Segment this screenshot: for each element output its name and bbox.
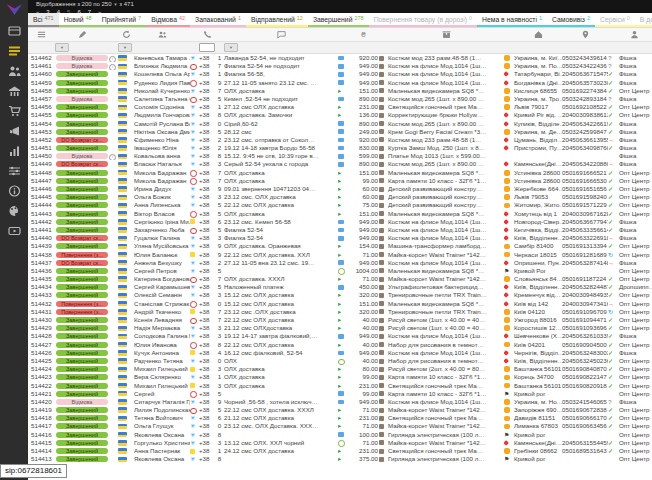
info-icon[interactable]: i: [109, 154, 116, 161]
phone-icon[interactable]: [199, 28, 215, 41]
money-icon[interactable]: ₴: [348, 28, 379, 41]
comment-filter-dropdown[interactable]: ▼: [224, 43, 238, 52]
order-row[interactable]: 514443ЗавершенийВіктор Власов+385ОЛХ дос…: [28, 210, 652, 218]
flag-cell: [118, 341, 134, 349]
order-row[interactable]: 514421ЗавершенийСергей+38599.00Карта пам…: [28, 390, 652, 398]
order-row[interactable]: 514446ЗавершенийИрина Дидух✳+38909.01 зв…: [28, 185, 652, 193]
order-row[interactable]: 514435ЗавершенийКатерина Богданова+387ОЛ…: [28, 275, 652, 283]
sim-cell: ✳: [190, 324, 199, 332]
order-row[interactable]: 514459ЗавершенийРуденко Лидия Пав..+3892…: [28, 79, 652, 87]
orders-icon[interactable]: [7, 44, 22, 57]
tab-9[interactable]: Самовивіз2: [547, 13, 595, 27]
order-row[interactable]: 514460ЗавершенийКошелева Ольга Ар..✳+381…: [28, 70, 652, 78]
tab-1[interactable]: Новий48: [59, 13, 97, 27]
order-row[interactable]: 514427ЗавершенийЮлия Иванова+38822.12 см…: [28, 341, 652, 349]
tab-4[interactable]: Запакований1: [190, 13, 246, 27]
order-row[interactable]: 514458ЗавершенийНиколай Кучеренко✳+387ОЛ…: [28, 87, 652, 95]
order-row[interactable]: 514454ЗавершенийСамотій Руслана Во..✳+38…: [28, 120, 652, 128]
order-row[interactable]: 514447ЗавершенийМикола Бадражан+387ОЛХ д…: [28, 177, 652, 185]
order-row[interactable]: 514439ЗавершенийУляна Мусійовська✳+389ОЛ…: [28, 242, 652, 250]
order-row[interactable]: 514423ЗавершенийВера Скляренко✳+381ОЛХ д…: [28, 373, 652, 381]
theme-icon[interactable]: [7, 204, 22, 217]
home-icon[interactable]: [514, 28, 562, 41]
order-row[interactable]: 514444ЗавершенийАнна Липенська✳+38522.12…: [28, 201, 652, 209]
marketing-icon[interactable]: [7, 124, 22, 137]
order-row[interactable]: 514425ЗавершенийРадченко Тетяна✳+380ОЛХ4…: [28, 357, 652, 365]
tab-6[interactable]: Завершений278: [308, 13, 369, 27]
order-row[interactable]: 514426ЗавершенийКучук Антонина+38416.12 …: [28, 349, 652, 357]
tab-5[interactable]: Відправлений12: [246, 13, 308, 27]
video-icon[interactable]: [7, 224, 22, 237]
edit-icon[interactable]: [55, 28, 109, 41]
order-row[interactable]: 514420ВідмоваСитарчук Наталія Гр..✳+389Ч…: [28, 398, 652, 406]
order-row[interactable]: 514437DO Возврат ск...Анжела Безушку✳+38…: [28, 259, 652, 267]
people-icon[interactable]: [134, 28, 190, 41]
order-row[interactable]: 514431Повернення (з...Андрій Ткаченко+38…: [28, 308, 652, 316]
order-row[interactable]: 514438Повернення (з...Юлия Баланюк+38922…: [28, 251, 652, 259]
order-row[interactable]: 514417ЗавершенийОльга Глущук✳+38023.12 с…: [28, 422, 652, 430]
clients-icon[interactable]: [7, 64, 22, 77]
order-row[interactable]: 514442ЗавершенийСергіюнко Іріна Ми..+386…: [28, 218, 652, 226]
order-row[interactable]: 514455ЗавершенийЛюдмила Гончарова✳+388ОЛ…: [28, 111, 652, 119]
order-row[interactable]: 514433ЗавершенийОлексій Семанін✳+38315.1…: [28, 291, 652, 299]
warehouse-icon[interactable]: [7, 84, 22, 97]
order-row[interactable]: 514416ЗавершенийЯковлева Оксана✳+388100.…: [28, 431, 652, 439]
info-icon[interactable]: [7, 184, 22, 197]
order-row[interactable]: 514456ЗавершенийСоломія Сідоніна✳+38127.…: [28, 103, 652, 111]
order-row[interactable]: 514457ВідмоваСалепина Татьяна С..+385Кем…: [28, 95, 652, 103]
settings-icon[interactable]: [7, 164, 22, 177]
person-icon[interactable]: [617, 28, 652, 41]
tab-7[interactable]: Повернення товару (в дорозі)0: [369, 13, 477, 27]
payment-cell: [338, 349, 348, 357]
reports-icon[interactable]: [7, 144, 22, 157]
order-row[interactable]: 514449DO Возврат ск...Власюк Наталья✳+38…: [28, 160, 652, 168]
dashboard-icon[interactable]: [7, 24, 22, 37]
order-row[interactable]: 514448ЗавершенийМикола Бадражан+387ОЛХ д…: [28, 169, 652, 177]
app-logo[interactable]: [5, 2, 24, 17]
payment-cell: [338, 234, 348, 242]
order-row[interactable]: 514445ЗавершенийОльга Божик✳+38323.12 см…: [28, 193, 652, 201]
order-row[interactable]: 514450ВідмоваiКовальова анна✳+38815.12. …: [28, 152, 652, 160]
purchases-icon[interactable]: [7, 104, 22, 117]
order-row[interactable]: 514428ЗавершенийСолодкова Галина В..✳+38…: [28, 332, 652, 340]
order-row[interactable]: 514419ЗавершенийЛилия Подолинская+38522.…: [28, 406, 652, 414]
tab-8[interactable]: Нема в наявності1: [477, 13, 547, 27]
order-row[interactable]: 514424ЗавершенийМихаил Гилецький+383ОЛХ …: [28, 365, 652, 373]
chat-icon[interactable]: [224, 28, 338, 41]
order-row[interactable]: 514453ЗавершенийНікітіна Оксана Дми..✳+3…: [28, 128, 652, 136]
info-icon[interactable]: i: [109, 64, 116, 71]
tab-all[interactable]: Всі471: [28, 13, 59, 27]
chevron-down-icon[interactable]: ▼: [113, 2, 117, 7]
tab-10[interactable]: Сервіси0: [595, 13, 635, 27]
refresh-icon[interactable]: [118, 28, 134, 41]
tab-3[interactable]: Відмова42: [146, 13, 190, 27]
pin-icon[interactable]: [562, 28, 608, 41]
order-row[interactable]: 514434ЗавершенийСергей Карамышев✳+385Нал…: [28, 283, 652, 291]
status-filter-dropdown[interactable]: ▼: [55, 43, 69, 52]
order-row[interactable]: 514422ЗавершенийМихаил Гилецький+383ОЛХ …: [28, 382, 652, 390]
pickup-icon: ⚑: [504, 390, 509, 398]
source-filter-dropdown[interactable]: ▼: [118, 43, 132, 52]
order-row[interactable]: 514451ЗавершенийІващенко Юлія✳+38219.12 …: [28, 144, 652, 152]
order-row[interactable]: 514452DO Возврат ск...Єфименко Ніна✳+382…: [28, 136, 652, 144]
order-total: 71.00: [348, 251, 379, 259]
tab-11[interactable]: В дорозі додому0: [635, 13, 652, 27]
order-row[interactable]: 514432Повернення (з...Станіслав Стрижак+…: [28, 300, 652, 308]
order-row[interactable]: 514441ЗавершенийЗахарченко Люба+385Фиалк…: [28, 226, 652, 234]
order-row[interactable]: 514418ЗавершенийТетяна Войтович✳+38621.1…: [28, 414, 652, 422]
info-icon[interactable]: i: [109, 56, 116, 63]
phone-search-input[interactable]: [199, 43, 215, 52]
order-row[interactable]: 514415ЗавершенийГоргулько Христина..✳+38…: [28, 439, 652, 447]
payment-cell: [338, 62, 348, 70]
box-icon[interactable]: [388, 28, 504, 41]
order-row[interactable]: 514436ЗавершенийСергей Петров✳+3851004.0…: [28, 267, 652, 275]
order-row[interactable]: 514440DO Возврат ск...Гуцалюк Галина✳+38…: [28, 234, 652, 242]
order-row[interactable]: 514430ЗавершенийКсенія Левадняя+38722.12…: [28, 316, 652, 324]
tab-2[interactable]: Прийнятий7: [97, 13, 146, 27]
order-row[interactable]: 514414ЗавершенийАнна Пастернак+38124.12 …: [28, 447, 652, 455]
order-row[interactable]: 514461ВідмоваiБлизнюк Людмила ..+387Фиал…: [28, 62, 652, 70]
order-row[interactable]: 514429ЗавершенийНадія Мерзаєва✳+38321.12…: [28, 324, 652, 332]
order-row[interactable]: 514462ВідмоваiКаневська Тамара ..✳+381Ла…: [28, 54, 652, 62]
rows-icon[interactable]: [28, 28, 55, 41]
order-row[interactable]: 514413ЗавершенийЯковлева Оксана✳+388▸375…: [28, 455, 652, 463]
